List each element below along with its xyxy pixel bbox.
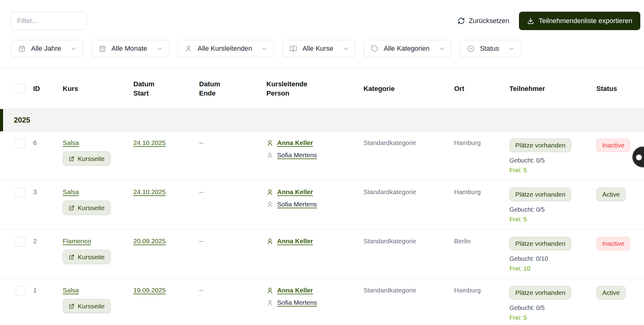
category-value: Standardkategorie bbox=[363, 139, 416, 147]
course-leader: Anna Keller bbox=[266, 237, 363, 245]
course-leader: Anna Keller bbox=[266, 287, 363, 294]
filter-select-alle-kategorien[interactable]: Alle Kategorien bbox=[364, 40, 452, 57]
download-icon bbox=[527, 17, 534, 25]
leader-link[interactable]: Anna Keller bbox=[277, 139, 313, 147]
check-circle-icon bbox=[467, 45, 475, 53]
chevron-down-icon bbox=[508, 45, 515, 52]
chevron-down-icon bbox=[156, 45, 163, 52]
cell-kurs: Salsa Kursseite bbox=[63, 139, 133, 174]
location-value: Hamburg bbox=[454, 188, 481, 196]
leader-link[interactable]: Sofia Mertens bbox=[277, 201, 317, 208]
export-participants-button[interactable]: Teilnehmendenliste exportieren bbox=[519, 12, 640, 30]
cell-kategorie: Standardkategorie bbox=[363, 139, 454, 174]
person-icon bbox=[266, 238, 273, 245]
cell-ort: Berlin bbox=[454, 237, 509, 272]
availability-badge: Plätze vorhanden bbox=[509, 188, 571, 201]
booked-count: Gebucht: 0/5 bbox=[509, 304, 596, 311]
course-page-button[interactable]: Kursseite bbox=[63, 201, 111, 215]
start-date-link[interactable]: 24.10.2025 bbox=[133, 139, 166, 147]
leader-link[interactable]: Anna Keller bbox=[277, 188, 313, 196]
row-checkbox[interactable] bbox=[16, 237, 26, 247]
course-page-label: Kursseite bbox=[78, 253, 105, 261]
filter-select-status[interactable]: Status bbox=[460, 40, 521, 57]
cell-ort: Hamburg bbox=[454, 286, 509, 321]
person-icon bbox=[266, 299, 273, 306]
status-badge: Inactive bbox=[596, 237, 630, 250]
free-count: Frei: 5 bbox=[509, 216, 596, 223]
external-link-icon bbox=[69, 254, 75, 260]
filter-select-alle-kursleitenden[interactable]: Alle Kursleitenden bbox=[178, 40, 274, 57]
chevron-down-icon bbox=[261, 45, 268, 52]
course-page-label: Kursseite bbox=[78, 155, 105, 162]
start-date-link[interactable]: 24.10.2025 bbox=[133, 188, 166, 196]
status-badge: Inactive bbox=[596, 139, 630, 152]
leader-link[interactable]: Anna Keller bbox=[277, 287, 313, 294]
start-date-link[interactable]: 19.09.2025 bbox=[133, 286, 166, 294]
row-checkbox[interactable] bbox=[16, 286, 26, 296]
filter-row: Alle Jahre Alle Monate Alle Kursleitende… bbox=[0, 30, 644, 57]
filter-select-alle-jahre[interactable]: Alle Jahre bbox=[11, 40, 83, 57]
reset-filters-button[interactable]: Zurücksetzen bbox=[457, 17, 509, 25]
course-leader: Anna Keller bbox=[266, 188, 363, 196]
filter-label: Status bbox=[480, 45, 499, 53]
user-icon bbox=[185, 45, 192, 53]
filter-input[interactable] bbox=[11, 12, 87, 30]
leader-link[interactable]: Anna Keller bbox=[277, 237, 313, 245]
cell-id: 3 bbox=[33, 188, 63, 223]
row-checkbox[interactable] bbox=[16, 139, 26, 148]
courses-table: ID Kurs Datum Start Datum Ende Kursleite… bbox=[0, 68, 644, 325]
cell-ort: Hamburg bbox=[454, 139, 509, 174]
free-count: Frei: 10 bbox=[509, 265, 596, 272]
cell-kursleitende: Anna KellerSofia Mertens bbox=[266, 139, 363, 174]
cell-teilnehmer: Plätze vorhanden Gebucht: 0/10 Frei: 10 bbox=[509, 237, 596, 272]
cell-datum-ende: -- bbox=[199, 286, 266, 321]
cell-kurs: Salsa Kursseite bbox=[63, 286, 133, 321]
course-link[interactable]: Salsa bbox=[63, 286, 79, 294]
leader-link[interactable]: Sofia Mertens bbox=[277, 151, 317, 159]
course-link[interactable]: Flamenco bbox=[63, 237, 91, 245]
course-page-button[interactable]: Kursseite bbox=[63, 250, 111, 264]
course-page-button[interactable]: Kursseite bbox=[63, 299, 111, 313]
chevron-down-icon bbox=[70, 45, 77, 52]
filter-label: Alle Kursleitenden bbox=[198, 45, 252, 53]
filter-label: Alle Jahre bbox=[31, 45, 61, 53]
cell-status: Inactive bbox=[596, 237, 644, 272]
leader-link[interactable]: Sofia Mertens bbox=[277, 299, 317, 306]
end-date-value: -- bbox=[199, 286, 203, 294]
cell-datum-start: 24.10.2025 bbox=[133, 139, 199, 174]
course-link[interactable]: Salsa bbox=[63, 139, 79, 147]
course-page-button[interactable]: Kursseite bbox=[63, 151, 111, 166]
filter-select-alle-kurse[interactable]: Alle Kurse bbox=[282, 40, 355, 57]
cell-status: Active bbox=[596, 188, 644, 223]
cell-datum-ende: -- bbox=[199, 188, 266, 223]
filter-label: Alle Kurse bbox=[302, 45, 333, 53]
col-header-status: Status bbox=[596, 84, 644, 93]
cell-datum-ende: -- bbox=[199, 139, 266, 174]
start-date-link[interactable]: 20.09.2025 bbox=[133, 237, 166, 245]
cell-datum-start: 24.10.2025 bbox=[133, 188, 199, 223]
course-link[interactable]: Salsa bbox=[63, 188, 79, 196]
table-row: 2 Flamenco Kursseite 20.09.2025 -- Anna … bbox=[0, 230, 644, 279]
cell-kurs: Flamenco Kursseite bbox=[63, 237, 133, 272]
location-value: Hamburg bbox=[454, 286, 481, 294]
cell-kategorie: Standardkategorie bbox=[363, 237, 454, 272]
cell-teilnehmer: Plätze vorhanden Gebucht: 0/5 Frei: 5 bbox=[509, 286, 596, 321]
cell-datum-ende: -- bbox=[199, 237, 266, 272]
external-link-icon bbox=[69, 156, 75, 162]
availability-badge: Plätze vorhanden bbox=[509, 286, 571, 300]
external-link-icon bbox=[69, 205, 75, 211]
cell-datum-start: 20.09.2025 bbox=[133, 237, 199, 272]
booked-count: Gebucht: 0/5 bbox=[509, 157, 596, 164]
cell-id: 2 bbox=[33, 237, 63, 272]
booked-count: Gebucht: 0/5 bbox=[509, 206, 596, 213]
table-row: 3 Salsa Kursseite 24.10.2025 -- Anna Kel… bbox=[0, 181, 644, 230]
select-all-checkbox[interactable] bbox=[16, 83, 26, 93]
cell-datum-start: 19.09.2025 bbox=[133, 286, 199, 321]
col-header-id: ID bbox=[33, 84, 63, 93]
col-header-datum-ende: Datum Ende bbox=[199, 80, 266, 98]
filter-select-alle-monate[interactable]: Alle Monate bbox=[92, 40, 169, 57]
row-checkbox[interactable] bbox=[16, 188, 26, 198]
filter-label: Alle Kategorien bbox=[384, 45, 430, 53]
person-icon bbox=[266, 189, 273, 196]
course-page-label: Kursseite bbox=[78, 303, 105, 310]
